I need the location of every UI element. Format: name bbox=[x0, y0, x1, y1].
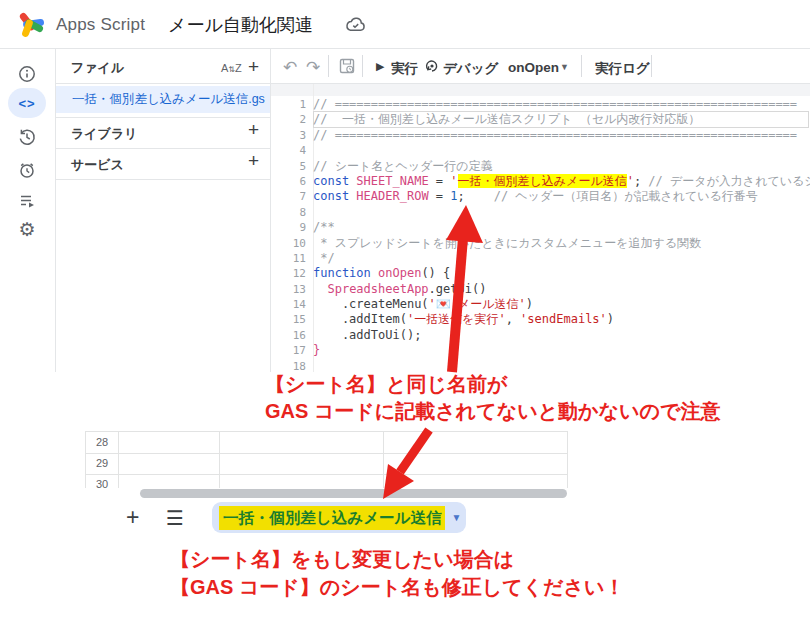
code-line: 14 .createMenu('💌 メール送信') bbox=[270, 297, 810, 312]
apps-script-logo bbox=[18, 9, 48, 39]
grid-line bbox=[86, 453, 567, 454]
rail-project-history-button[interactable] bbox=[8, 122, 46, 152]
debug-button[interactable]: デバッグ bbox=[443, 60, 498, 78]
line-number: 14 bbox=[270, 297, 313, 312]
history-icon bbox=[18, 128, 36, 146]
add-library-button[interactable]: + bbox=[248, 121, 259, 139]
alarm-clock-icon bbox=[18, 161, 36, 179]
code-line: 13 SpreadsheetApp.getUi() bbox=[270, 282, 810, 297]
all-sheets-menu-button[interactable]: ☰ bbox=[166, 506, 184, 530]
grid-line bbox=[86, 474, 567, 475]
topbar-divider bbox=[0, 48, 810, 49]
line-number: 3 bbox=[270, 128, 313, 143]
line-number: 16 bbox=[270, 328, 313, 343]
project-title[interactable]: メール自動化関連 bbox=[168, 13, 313, 37]
code-line: 8 bbox=[270, 205, 810, 220]
code-line: 15 .addItem('一括送信を実行', 'sendEmails') bbox=[270, 312, 810, 327]
add-file-button[interactable]: + bbox=[248, 58, 259, 76]
code-line: 9/** bbox=[270, 220, 810, 235]
cloud-check-icon bbox=[345, 16, 366, 33]
line-number: 6 bbox=[270, 174, 313, 189]
panel-divider bbox=[55, 117, 270, 118]
annotation-rename-warning: 【シート名】をもし変更したい場合は 【GAS コード】のシート名も修正してくださ… bbox=[170, 545, 625, 601]
undo-icon[interactable]: ↶ bbox=[283, 57, 297, 78]
info-icon bbox=[18, 65, 36, 83]
grid-line bbox=[118, 432, 119, 488]
editor-top-strip bbox=[271, 84, 810, 96]
line-number: 17 bbox=[270, 343, 313, 358]
apps-script-window: Apps Script メール自動化関連 <> ⚙ ファイル bbox=[0, 0, 810, 618]
row-header[interactable]: 28 bbox=[86, 432, 118, 453]
sheet-tab-name: 一括・個別差し込みメール送信 bbox=[219, 506, 445, 530]
grid-line bbox=[219, 432, 220, 488]
rail-editor-button[interactable]: <> bbox=[8, 88, 46, 118]
line-number: 1 bbox=[270, 97, 313, 112]
code-line: 3// ====================================… bbox=[270, 128, 810, 143]
code-line: 12function onOpen() { bbox=[270, 266, 810, 281]
rail-executions-button[interactable] bbox=[8, 186, 46, 216]
add-service-button[interactable]: + bbox=[248, 152, 259, 170]
rail-settings-button[interactable]: ⚙ bbox=[8, 214, 46, 244]
panel-divider bbox=[55, 179, 270, 180]
line-number: 9 bbox=[270, 220, 313, 235]
executions-icon bbox=[18, 192, 36, 210]
code-line: 10 * スプレッドシートを開いたときにカスタムメニューを追加する関数 bbox=[270, 236, 810, 251]
rail-triggers-button[interactable] bbox=[8, 155, 46, 185]
panel-divider bbox=[55, 148, 270, 149]
annotation-sheet-name-warning: 【シート名】と同じ名前が GAS コードに記載されてないと動かないので注意 bbox=[265, 371, 720, 425]
app-name: Apps Script bbox=[56, 15, 145, 35]
sheet-grid[interactable]: 282930 bbox=[85, 431, 568, 488]
libraries-label: ライブラリ bbox=[71, 125, 138, 143]
code-line: 1// ====================================… bbox=[270, 97, 810, 112]
code-line: 4 bbox=[270, 143, 810, 158]
code-line: 7const HEADER_ROW = 1; // ヘッダー（項目名）が記載され… bbox=[270, 189, 810, 204]
function-selector[interactable]: onOpen bbox=[508, 60, 559, 75]
line-number: 10 bbox=[270, 236, 313, 251]
line-number: 4 bbox=[270, 143, 313, 158]
code-icon: <> bbox=[18, 96, 35, 111]
gear-icon: ⚙ bbox=[18, 220, 35, 239]
code-line: 17} bbox=[270, 343, 810, 358]
sheet-tab[interactable]: 一括・個別差し込みメール送信 ▼ bbox=[212, 502, 466, 533]
files-panel-title: ファイル bbox=[71, 59, 124, 77]
line-number: 13 bbox=[270, 282, 313, 297]
grid-line bbox=[383, 432, 384, 488]
code-line: 11 */ bbox=[270, 251, 810, 266]
add-sheet-button[interactable]: + bbox=[126, 504, 139, 531]
run-icon: ▶ bbox=[376, 60, 384, 73]
line-number: 11 bbox=[270, 251, 313, 266]
code-line: 16 .addToUi(); bbox=[270, 328, 810, 343]
line-number: 7 bbox=[270, 189, 313, 204]
code-line: 5// シート名とヘッダー行の定義 bbox=[270, 159, 810, 174]
row-header[interactable]: 30 bbox=[86, 474, 118, 488]
redo-icon[interactable]: ↷ bbox=[306, 57, 320, 78]
save-project-icon[interactable] bbox=[338, 57, 356, 75]
file-name: 一括・個別差し込みメール送信.gs bbox=[72, 91, 265, 108]
az-sort-icon[interactable]: A⇅Z bbox=[221, 62, 242, 74]
line-number: 12 bbox=[270, 266, 313, 281]
sheet-tab-menu-icon[interactable]: ▼ bbox=[451, 512, 461, 523]
chevron-down-icon[interactable]: ▼ bbox=[560, 62, 569, 72]
execution-log-button[interactable]: 実行ログ bbox=[595, 60, 650, 78]
line-number: 15 bbox=[270, 312, 313, 327]
code-line: 2// 一括・個別差し込みメール送信スクリプト （セル内改行対応版） bbox=[270, 112, 810, 127]
rail-overview-button[interactable] bbox=[8, 59, 46, 89]
services-label: サービス bbox=[71, 156, 124, 174]
run-button[interactable]: 実行 bbox=[391, 60, 418, 78]
horizontal-scrollbar[interactable] bbox=[140, 489, 567, 498]
file-item-selected[interactable]: 一括・個別差し込みメール送信.gs bbox=[56, 86, 270, 113]
debug-icon bbox=[424, 58, 440, 74]
line-number: 5 bbox=[270, 159, 313, 174]
line-number: 2 bbox=[270, 112, 313, 127]
line-number: 8 bbox=[270, 205, 313, 220]
code-editor[interactable]: 1// ====================================… bbox=[270, 97, 810, 374]
row-header[interactable]: 29 bbox=[86, 453, 118, 474]
code-line: 6const SHEET_NAME = '一括・個別差し込みメール送信'; //… bbox=[270, 174, 810, 189]
